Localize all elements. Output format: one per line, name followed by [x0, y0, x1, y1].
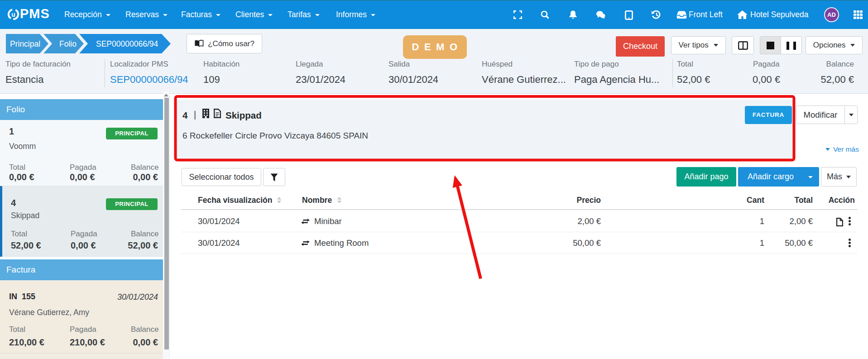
- svg-text:Folio: Folio: [59, 39, 77, 48]
- svg-text:Principal: Principal: [10, 39, 40, 48]
- svg-text:u: u: [11, 11, 15, 18]
- svg-text:SEP00000066/94: SEP00000066/94: [96, 39, 158, 48]
